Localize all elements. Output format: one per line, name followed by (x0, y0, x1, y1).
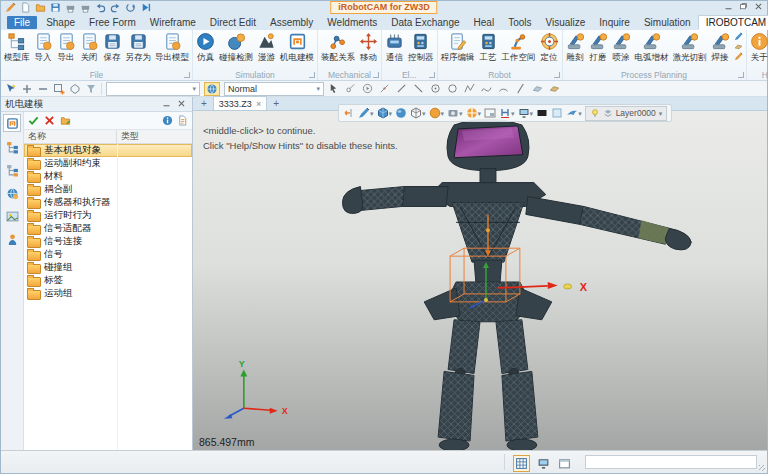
cursor-icon[interactable] (328, 83, 340, 95)
dark-rect-icon[interactable] (536, 107, 548, 119)
tree-row[interactable]: 碰撞组 (24, 261, 192, 274)
tree-row[interactable]: 运动组 (24, 287, 192, 300)
panel-close-icon[interactable] (177, 99, 188, 110)
tree-row[interactable]: 传感器和执行器 (24, 196, 192, 209)
redo-icon[interactable] (110, 2, 121, 13)
ribbon-button-save-as-icon[interactable]: 另存为 (124, 31, 154, 65)
circle-icon[interactable] (447, 83, 459, 95)
spline-icon[interactable] (481, 83, 493, 95)
dialog-launcher-icon[interactable] (429, 72, 435, 78)
brush-icon[interactable] (5, 2, 16, 13)
ribbon-button-locate-icon[interactable]: 定位 (538, 31, 561, 65)
tree-row[interactable]: 运动副和约束 (24, 157, 192, 170)
dialog-launcher-icon[interactable] (373, 72, 379, 78)
tab-wireframe[interactable]: Wireframe (143, 16, 203, 29)
plane2-icon[interactable] (549, 83, 561, 95)
ribbon-button-export-icon[interactable]: 导出 (55, 31, 78, 65)
tab-direct-edit[interactable]: Direct Edit (203, 16, 263, 29)
resize-grip[interactable] (759, 465, 765, 471)
light-square-icon[interactable] (551, 107, 563, 119)
tab-irobotcam[interactable]: IROBOTCAM (698, 15, 768, 30)
paint-icon[interactable] (734, 32, 743, 41)
new-tab-icon[interactable]: + (270, 98, 282, 110)
ribbon-button-close-doc-icon[interactable]: 关闭 (78, 31, 101, 65)
restore-icon[interactable] (739, 2, 748, 11)
scene-icon[interactable] (4, 208, 20, 224)
ribbon-button-engrave-icon[interactable]: 雕刻 (564, 31, 587, 65)
apply-check-icon[interactable] (28, 115, 39, 126)
shaded-cube-icon[interactable]: ▾ (377, 107, 393, 119)
ribbon-button-controller-icon[interactable]: 控制器 (406, 31, 436, 65)
tab-assembly[interactable]: Assembly (263, 16, 320, 29)
circle-dot-icon[interactable] (430, 83, 442, 95)
print-icon[interactable] (65, 2, 76, 13)
ribbon-button-import-icon[interactable]: 导入 (32, 31, 55, 65)
ribbon-button-export-model-icon[interactable]: 导出模型 (153, 31, 191, 65)
ribbon-button-simulate-play-icon[interactable]: 仿真 (194, 31, 217, 65)
refresh-icon[interactable] (125, 2, 136, 13)
undo-icon[interactable] (95, 2, 106, 13)
tree-row[interactable]: 信号适配器 (24, 222, 192, 235)
column-type[interactable]: 类型 (117, 130, 192, 143)
section-h-icon[interactable]: ▾ (499, 107, 515, 119)
note-icon[interactable] (177, 115, 188, 126)
dialog-launcher-icon[interactable] (309, 72, 315, 78)
ribbon-button-spray-icon[interactable]: 喷涂 (610, 31, 633, 65)
tab-data-exchange[interactable]: Data Exchange (384, 16, 466, 29)
info-icon[interactable] (162, 115, 173, 126)
tab-inquire[interactable]: Inquire (592, 16, 637, 29)
robot-model[interactable]: X Y X (193, 111, 767, 451)
ribbon-button-collision-detect-icon[interactable]: 碰撞检测 (217, 31, 255, 65)
axis-target-icon[interactable]: ▾ (466, 107, 482, 119)
ribbon-button-move-icon[interactable]: 移动 (357, 31, 380, 65)
ribbon-button-workspace-icon[interactable]: 工作空间 (500, 31, 538, 65)
polygon-icon[interactable] (69, 83, 81, 95)
tab-file[interactable]: File (7, 16, 37, 29)
arc-icon[interactable] (498, 83, 510, 95)
canvas-3d[interactable]: <middle-click> to continue. Click "Help/… (193, 111, 767, 451)
tree-row[interactable]: 基本机电对象 (24, 144, 192, 157)
frame-plus-icon[interactable] (53, 83, 65, 95)
plane-icon[interactable] (532, 83, 544, 95)
ribbon-button-arc-additive-icon[interactable]: 电弧增材 (633, 31, 671, 65)
mechatronics-icon[interactable] (3, 114, 21, 132)
dialog-launcher-icon[interactable] (738, 72, 744, 78)
layer-combo[interactable]: Layer0000▾ (585, 106, 668, 121)
tab-tools[interactable]: Tools (501, 16, 538, 29)
table-icon[interactable] (513, 455, 530, 472)
column-name[interactable]: 名称 (24, 130, 117, 143)
tab-free-form[interactable]: Free Form (82, 16, 143, 29)
line-icon[interactable] (396, 83, 408, 95)
close-icon[interactable] (754, 2, 763, 11)
plus-icon[interactable] (21, 83, 33, 95)
panel-minimize-icon[interactable] (162, 99, 173, 110)
close-tab-icon[interactable]: × (256, 99, 261, 109)
ribbon-button-about-icon[interactable]: 关于 (748, 31, 768, 65)
ribbon-button-weld-icon[interactable]: 焊接 (709, 31, 732, 65)
process-extra-icons[interactable] (732, 31, 745, 62)
tab-simulation[interactable]: Simulation (637, 16, 698, 29)
ribbon-button-communication-icon[interactable]: 通信 (383, 31, 406, 65)
link-icon[interactable] (345, 83, 357, 95)
new-doc-icon[interactable] (20, 2, 31, 13)
exit-arrow-icon[interactable] (343, 107, 355, 119)
paint-icon[interactable]: ▾ (358, 107, 374, 119)
line2-icon[interactable] (413, 83, 425, 95)
globe-toggle[interactable] (204, 82, 220, 96)
add-tab-icon[interactable]: + (198, 98, 210, 110)
cancel-cross-icon[interactable] (44, 115, 55, 126)
monitor-icon[interactable] (536, 456, 551, 471)
minus-icon[interactable] (37, 83, 49, 95)
tab-shape[interactable]: Shape (39, 16, 82, 29)
assembly-tree-icon[interactable] (4, 139, 20, 155)
pointer-star-icon[interactable] (5, 83, 17, 95)
fly-icon[interactable]: ▾ (566, 107, 582, 119)
visual-globe-icon[interactable] (4, 185, 20, 201)
tree-row[interactable]: 信号 (24, 248, 192, 261)
save-icon[interactable] (50, 2, 61, 13)
tree-row[interactable]: 信号连接 (24, 235, 192, 248)
ribbon-button-assembly-relation-icon[interactable]: 装配关系 (319, 31, 357, 65)
tree-row[interactable]: 耦合副 (24, 183, 192, 196)
play-next-icon[interactable] (140, 2, 151, 13)
ribbon-button-mechatronics-icon[interactable]: 机电建模 (278, 31, 316, 65)
